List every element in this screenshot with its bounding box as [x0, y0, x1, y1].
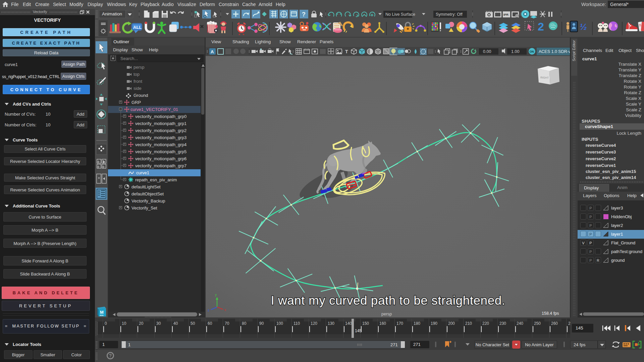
svg-text:persp: persp	[381, 312, 392, 316]
svg-text:T: T	[345, 49, 348, 54]
svg-text:z: z	[208, 308, 209, 312]
svg-text:I want my curved path to be st: I want my curved path to be straightened…	[271, 294, 505, 307]
svg-text:ACES 1.0 SDR-video (sRGB: ACES 1.0 SDR-video (sRGB	[539, 49, 571, 54]
svg-text:A: A	[211, 49, 214, 54]
svg-text:M: M	[100, 310, 104, 315]
svg-text:x: x	[224, 308, 226, 312]
svg-text:y: y	[215, 293, 217, 297]
svg-text:ON: ON	[530, 50, 534, 53]
svg-text:158.4 fps: 158.4 fps	[542, 311, 559, 316]
svg-text:ALL: ALL	[133, 25, 142, 30]
svg-text:?: ?	[302, 11, 306, 18]
svg-text:0.00: 0.00	[483, 49, 491, 54]
svg-text:No Live Surface: No Live Surface	[385, 12, 415, 17]
svg-text:1.00: 1.00	[511, 49, 519, 54]
svg-text:AYA: AYA	[100, 314, 104, 316]
svg-text:½: ½	[580, 22, 587, 32]
svg-text:IPR: IPR	[503, 13, 509, 16]
svg-text:Symmetry: Off: Symmetry: Off	[436, 12, 463, 17]
svg-text:RIGHT: RIGHT	[540, 76, 549, 79]
svg-text:2: 2	[538, 20, 544, 33]
